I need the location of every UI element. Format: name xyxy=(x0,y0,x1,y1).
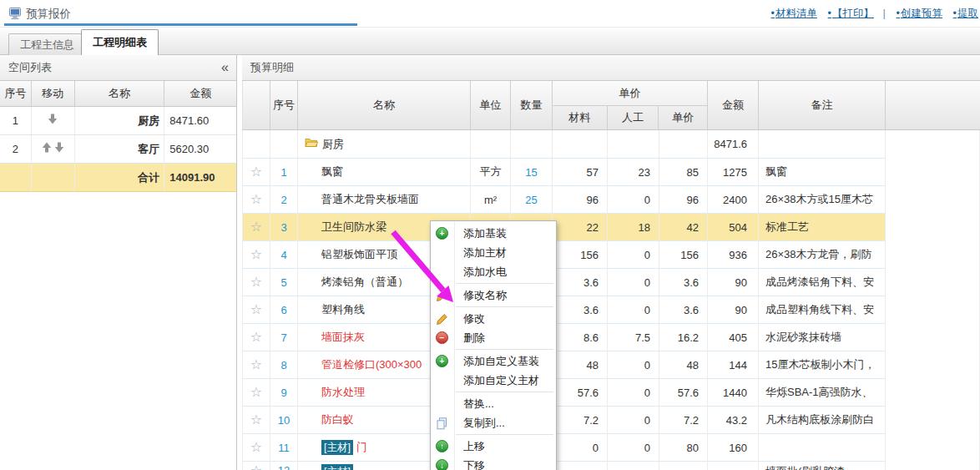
col-unit-price: 单价 xyxy=(659,106,707,129)
budget-row-2[interactable]: ☆ 2 普通木龙骨夹板墙面 m² 25 96 0 96 2400 26×38木方… xyxy=(243,186,980,214)
total-label: 合计 xyxy=(75,164,165,192)
favorite-star-icon[interactable]: ☆ xyxy=(250,165,262,179)
menu-item-add-plumbing-electric[interactable]: 添加水电 xyxy=(431,262,556,281)
space-list-header: 空间列表 « xyxy=(0,55,236,81)
row-seq[interactable]: 5 xyxy=(270,269,298,296)
row-unit-price: 3.6 xyxy=(659,296,708,324)
budget-row-3-selected[interactable]: ☆ 3 卫生间防水梁 22 18 42 504 标准工艺 xyxy=(243,214,980,241)
menu-item-add-custom-main-material[interactable]: 添加自定义主材 xyxy=(431,371,556,390)
budget-row-10[interactable]: ☆ 10 防白蚁 7.2 0 7.2 43.2 凡木结构底板涂刷防白 xyxy=(243,407,980,434)
row-remark: 华烁SBA-1高强防水、 xyxy=(759,379,886,407)
favorite-star-icon[interactable]: ☆ xyxy=(250,331,262,344)
row-unit-price: 85 xyxy=(659,159,708,186)
row-material: 96 xyxy=(553,186,608,214)
budget-row-4[interactable]: ☆ 4 铝塑板饰面平顶 156 0 156 936 26×38木方龙骨，刷防 xyxy=(243,241,980,269)
budget-row-9[interactable]: ☆ 9 防水处理 57.6 0 57.6 1440 华烁SBA-1高强防水、 xyxy=(243,379,980,407)
print-link[interactable]: •【打印】 xyxy=(828,8,874,19)
budget-row-5[interactable]: ☆ 5 烤漆铝角（普通） 3.6 0 3.6 90 成品烤漆铝角下料、安 xyxy=(243,269,980,296)
row-material: 57.6 xyxy=(553,379,608,407)
row-material: 3.6 xyxy=(553,296,608,324)
favorite-star-icon[interactable]: ☆ xyxy=(250,413,262,427)
favorite-star-icon[interactable]: ☆ xyxy=(250,303,262,316)
row-unit-price: 16.2 xyxy=(659,324,708,351)
add-icon: + xyxy=(436,355,448,367)
move-down-icon[interactable] xyxy=(54,135,64,163)
row-remark: 成品塑料角线下料、安 xyxy=(759,296,886,324)
menu-item-add-main-material[interactable]: 添加主材 xyxy=(431,243,556,262)
row-seq[interactable]: 2 xyxy=(270,186,298,214)
row-seq[interactable]: 4 xyxy=(270,241,298,269)
menu-item-delete[interactable]: − 删除 xyxy=(431,328,556,347)
budget-row-7[interactable]: ☆ 7 墙面抹灰 8.6 7.5 16.2 405 水泥砂浆抹砖墙 xyxy=(243,324,980,351)
row-amount: 1440 xyxy=(708,379,759,407)
menu-item-rename[interactable]: 修改名称 xyxy=(431,286,556,305)
collapse-panel-button[interactable]: « xyxy=(221,55,229,80)
col-seq: 序号 xyxy=(270,81,298,129)
row-seq[interactable]: 7 xyxy=(270,324,298,351)
favorite-star-icon[interactable]: ☆ xyxy=(250,464,262,470)
space-amount: 5620.30 xyxy=(164,135,236,164)
move-down-icon[interactable] xyxy=(48,107,58,134)
row-seq[interactable]: 3 xyxy=(270,214,298,241)
budget-row-8[interactable]: ☆ 8 管道检修口(300×300 48 0 48 144 15厘木芯板制小木门… xyxy=(243,351,980,379)
favorite-star-icon[interactable]: ☆ xyxy=(250,441,262,454)
menu-separator xyxy=(456,349,553,350)
extract-link[interactable]: •提取 xyxy=(953,8,978,19)
menu-item-move-down[interactable]: ↓ 下移 xyxy=(431,456,556,470)
tab-project-detail-table[interactable]: 工程明细表 xyxy=(81,29,159,55)
menu-separator xyxy=(456,392,553,392)
row-material: 8.6 xyxy=(553,324,608,351)
tab-project-main-info[interactable]: 工程主信息 xyxy=(8,33,86,55)
budget-row-6[interactable]: ☆ 6 塑料角线 3.6 0 3.6 90 成品塑料角线下料、安 xyxy=(243,296,980,324)
row-labor: 0 xyxy=(608,186,659,214)
menu-item-replace[interactable]: 替换... xyxy=(431,394,556,413)
budget-row-12-partial[interactable]: ☆ 12 [主材] 墙面批(刷乳胶漆 xyxy=(243,462,980,470)
row-seq[interactable]: 8 xyxy=(270,351,298,379)
favorite-star-icon[interactable]: ☆ xyxy=(250,220,262,234)
space-row-living-room[interactable]: 2 客厅 5620.30 xyxy=(0,135,236,164)
budget-table-body: 厨房 8471.6 ☆ 1 飘窗 平方 15 57 23 85 1275 飘窗 … xyxy=(242,130,980,470)
menu-item-add-base[interactable]: + 添加基装 xyxy=(431,224,556,243)
favorite-star-icon[interactable]: ☆ xyxy=(250,358,262,371)
tab-bar: 工程主信息 工程明细表 xyxy=(0,28,980,55)
row-qty[interactable]: 25 xyxy=(511,186,553,214)
folder-icon[interactable] xyxy=(305,138,318,150)
favorite-star-icon[interactable]: ☆ xyxy=(250,275,262,289)
menu-item-move-up[interactable]: ↑ 上移 xyxy=(431,437,556,456)
pencil-icon xyxy=(436,312,448,325)
menu-item-edit[interactable]: 修改 xyxy=(431,309,556,328)
favorite-star-icon[interactable]: ☆ xyxy=(250,193,262,206)
row-seq[interactable]: 11 xyxy=(270,434,298,462)
row-unit-price: 96 xyxy=(659,186,708,214)
row-unit-price: 48 xyxy=(659,351,708,379)
space-name: 厨房 xyxy=(75,107,165,135)
favorite-star-icon[interactable]: ☆ xyxy=(250,248,262,261)
space-list-panel: 空间列表 « 序号 移动 名称 金额 1 厨房 8471.60 2 客厅 562… xyxy=(0,55,237,470)
row-material: 156 xyxy=(553,241,608,269)
row-remark: 飘窗 xyxy=(759,159,886,186)
row-unit-price: 7.2 xyxy=(659,407,708,434)
row-seq[interactable]: 12 xyxy=(270,462,298,470)
row-amount: 2400 xyxy=(708,186,759,214)
menu-item-copy-to[interactable]: 复制到... xyxy=(431,413,556,432)
bullet-icon: • xyxy=(771,8,775,19)
row-seq[interactable]: 9 xyxy=(270,379,298,407)
material-list-link[interactable]: •材料清单 xyxy=(771,8,817,19)
col-qty: 数量 xyxy=(511,81,553,129)
menu-item-add-custom-base[interactable]: + 添加自定义基装 xyxy=(431,351,556,371)
row-unit-price: 42 xyxy=(659,214,708,241)
row-seq[interactable]: 10 xyxy=(270,407,298,434)
row-unit-price: 80 xyxy=(659,434,708,462)
title-underline xyxy=(4,23,357,26)
row-seq[interactable]: 1 xyxy=(270,159,298,186)
col-filler xyxy=(886,81,980,129)
create-budget-link[interactable]: •创建预算 xyxy=(897,8,942,19)
move-up-icon[interactable] xyxy=(42,135,52,163)
favorite-star-icon[interactable]: ☆ xyxy=(250,386,262,399)
budget-row-11[interactable]: ☆ 11 [主材] 门 0 0 80 160 xyxy=(243,434,980,462)
row-seq[interactable]: 6 xyxy=(270,296,298,324)
space-row-kitchen[interactable]: 1 厨房 8471.60 xyxy=(0,107,236,135)
budget-row-1[interactable]: ☆ 1 飘窗 平方 15 57 23 85 1275 飘窗 xyxy=(243,159,980,186)
group-row-kitchen[interactable]: 厨房 8471.6 xyxy=(243,130,980,159)
row-qty[interactable]: 15 xyxy=(511,159,553,186)
